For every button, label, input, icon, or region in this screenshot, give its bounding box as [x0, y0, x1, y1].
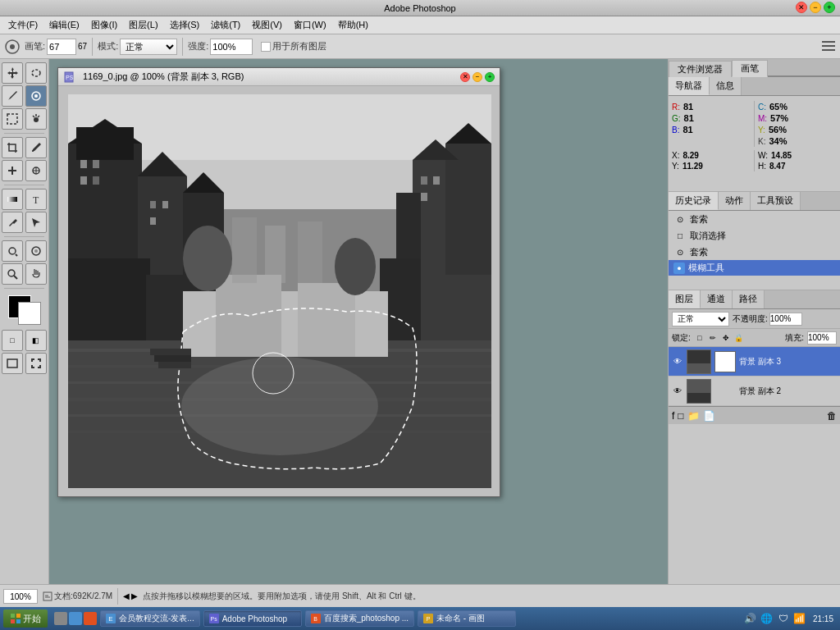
tab-brush[interactable]: 画笔	[732, 60, 768, 77]
menu-select[interactable]: 选择(S)	[165, 17, 205, 33]
gradient-tool[interactable]	[2, 189, 23, 210]
taskbar-btn-photoshop[interactable]: Ps Adobe Photoshop	[203, 610, 302, 627]
eyedropper-tool[interactable]	[25, 137, 47, 158]
menu-view[interactable]: 视图(V)	[247, 17, 287, 33]
taskbar-btn-forum[interactable]: E 会员教程交流-发表...	[100, 610, 200, 627]
screen-mode-btn[interactable]	[2, 353, 23, 374]
lock-transparent-btn[interactable]: □	[694, 332, 705, 344]
delete-layer-btn[interactable]: 🗑	[827, 410, 837, 422]
zoom-value[interactable]: 100%	[3, 589, 38, 604]
all-layers-checkbox[interactable]	[261, 42, 271, 52]
opacity-input[interactable]	[769, 313, 802, 326]
tab-paths[interactable]: 路径	[733, 290, 765, 308]
history-item-2[interactable]: ⊙ 套索	[669, 244, 840, 260]
background-color[interactable]	[18, 302, 41, 325]
tab-file-browser[interactable]: 文件浏览器	[669, 61, 732, 77]
history-item-3[interactable]: ● 模糊工具	[669, 260, 840, 276]
mode-select[interactable]: 正常	[120, 39, 177, 55]
tab-actions[interactable]: 动作	[719, 192, 751, 210]
menu-image[interactable]: 图像(I)	[86, 17, 122, 33]
taskbar-btn-paint[interactable]: P 未命名 - 画图	[418, 610, 516, 627]
dodge-tool[interactable]	[2, 240, 23, 262]
doc-canvas[interactable]	[68, 94, 491, 488]
svg-point-23	[8, 270, 15, 276]
taskbar-icon-ie[interactable]	[69, 612, 82, 625]
brush-size-input[interactable]	[47, 39, 76, 55]
zoom-tool[interactable]	[2, 263, 23, 285]
svg-point-22	[34, 249, 38, 253]
lock-all-btn[interactable]: 🔒	[733, 332, 745, 344]
doc-options-icon[interactable]	[820, 38, 837, 56]
history-item-0[interactable]: ⊙ 套索	[669, 211, 840, 227]
history-item-1[interactable]: □ 取消选择	[669, 227, 840, 244]
taskbar-icon-browser[interactable]	[54, 612, 67, 625]
rect-select-tool[interactable]	[2, 108, 23, 130]
nav-left-btn[interactable]: ◀	[123, 591, 130, 600]
menu-edit[interactable]: 编辑(E)	[44, 17, 84, 33]
text-tool[interactable]: T	[25, 189, 47, 210]
new-group-btn[interactable]: 📁	[687, 410, 700, 422]
maximize-button[interactable]: +	[824, 2, 835, 13]
layers-tabs: 图层 通道 路径	[669, 290, 840, 309]
standard-mode[interactable]: □	[2, 330, 23, 351]
doc-max-btn[interactable]: +	[485, 72, 495, 82]
arrow-tool[interactable]	[25, 212, 47, 233]
layer-eye-1[interactable]: 👁	[672, 386, 683, 397]
move-tool[interactable]	[2, 62, 23, 84]
layer-eye-0[interactable]: 👁	[672, 356, 683, 368]
tab-tool-presets[interactable]: 工具预设	[751, 192, 801, 210]
paint-tools	[2, 85, 47, 107]
color-selector[interactable]	[8, 295, 41, 325]
taskbar-btn-baidu[interactable]: B 百度搜索_photoshop ...	[305, 610, 414, 627]
menu-window[interactable]: 窗口(W)	[289, 17, 331, 33]
add-style-btn[interactable]: f	[672, 410, 674, 422]
tray-icon-2[interactable]: 🌐	[760, 612, 774, 625]
close-button[interactable]: ✕	[796, 2, 807, 13]
tab-info[interactable]: 信息	[710, 77, 742, 95]
tray-icon-3[interactable]: 🛡	[777, 612, 790, 625]
fill-input[interactable]	[807, 331, 837, 345]
mode-label: 模式:	[98, 40, 118, 52]
crop-tool[interactable]	[2, 137, 23, 158]
menu-filter[interactable]: 滤镜(T)	[206, 17, 245, 33]
new-layer-btn[interactable]: 📄	[703, 410, 715, 422]
doc-size: 文档:692K/2.7M	[54, 591, 112, 602]
lock-position-btn[interactable]: ✥	[720, 332, 732, 344]
tray-icon-1[interactable]: 🔊	[744, 612, 757, 625]
fullscreen-btn[interactable]	[25, 353, 47, 374]
layer-item-1[interactable]: 👁 背景 副本 2	[669, 377, 840, 406]
tab-navigator[interactable]: 导航器	[669, 77, 710, 95]
doc-close-btn[interactable]: ✕	[460, 72, 470, 82]
hand-tool[interactable]	[25, 263, 47, 285]
heal-tool[interactable]	[2, 160, 23, 181]
magic-wand-tool[interactable]	[25, 108, 47, 130]
tab-history[interactable]: 历史记录	[669, 192, 719, 210]
svg-rect-3	[822, 45, 835, 47]
nav-right-btn[interactable]: ▶	[131, 591, 138, 600]
lock-pixels-btn[interactable]: ✏	[707, 332, 719, 344]
doc-min-btn[interactable]: −	[472, 72, 482, 82]
minimize-button[interactable]: −	[810, 2, 821, 13]
tray-icon-4[interactable]: 📶	[793, 612, 806, 625]
lasso-tool[interactable]	[25, 62, 47, 84]
strength-input[interactable]	[210, 39, 253, 55]
pen-tool[interactable]	[2, 212, 23, 233]
smudge-tool[interactable]	[25, 85, 47, 107]
brush-tool[interactable]	[2, 85, 23, 107]
svg-text:PS: PS	[66, 75, 74, 80]
tab-channels[interactable]: 通道	[701, 290, 733, 308]
svg-rect-67	[433, 176, 440, 185]
tab-layers[interactable]: 图层	[669, 290, 701, 308]
menu-layer[interactable]: 图层(L)	[124, 17, 162, 33]
clone-tool[interactable]	[25, 160, 47, 181]
start-button[interactable]: 开始	[3, 609, 48, 628]
menu-help[interactable]: 帮助(H)	[333, 17, 373, 33]
menu-file[interactable]: 文件(F)	[3, 17, 43, 33]
taskbar-icon-fox[interactable]	[84, 612, 97, 625]
blend-mode-select[interactable]: 正常	[672, 312, 729, 326]
start-label: 开始	[23, 613, 41, 625]
quick-mask-mode[interactable]: ◧	[25, 330, 47, 351]
blur-tool[interactable]	[25, 240, 47, 262]
add-mask-btn[interactable]: □	[678, 410, 683, 422]
layer-item-0[interactable]: 👁 背景 副本 3	[669, 347, 840, 377]
